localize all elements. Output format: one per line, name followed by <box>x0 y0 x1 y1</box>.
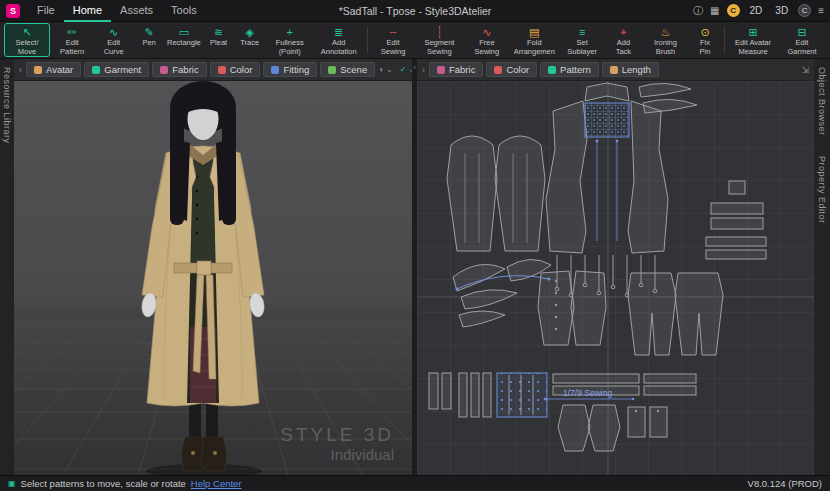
tab-2d-pattern-2d[interactable]: Pattern <box>540 62 599 77</box>
add-tack-icon: ⌖ <box>620 26 626 38</box>
tool-trace[interactable]: ◈Trace <box>235 23 265 57</box>
segment-sewing-icon: ┆ <box>436 26 443 38</box>
collapse-left-icon[interactable]: ‹ <box>19 65 22 75</box>
tab-3d-fitting[interactable]: Fitting <box>263 62 317 77</box>
tab-3d-scene[interactable]: Scene <box>320 62 375 77</box>
render-style-dropdown[interactable]: ◐ ⌄ <box>379 65 393 74</box>
tool-set-sublayer[interactable]: ≡Set Sublayer <box>559 23 605 57</box>
tool-edit-garment-measure[interactable]: ⊟Edit Garment Measure <box>778 23 826 57</box>
selected-pattern-piece[interactable] <box>585 103 629 137</box>
pleat-icon: ≋ <box>214 26 223 38</box>
tool-fix-pin[interactable]: ⊙Fix Pin <box>690 23 720 57</box>
viewport-3d-tabs: AvatarGarmentFabricColorFittingScene <box>26 62 375 77</box>
fix-pin-icon: ⊙ <box>700 26 709 38</box>
property-editor-tab[interactable]: Property Editor <box>817 156 827 224</box>
view-3d-button[interactable]: 3D <box>772 4 791 17</box>
menu-tools[interactable]: Tools <box>162 0 206 22</box>
pattern-strips-right-group[interactable] <box>706 181 766 259</box>
main-menus: HomeAssetsTools <box>64 0 206 22</box>
free-sewing-icon: ∿ <box>482 26 491 38</box>
statusbar: ▣ Select patterns to move, scale or rota… <box>0 475 830 491</box>
collapse-right-icon[interactable]: › <box>422 65 425 75</box>
pattern-sleeves-group[interactable] <box>447 136 545 251</box>
right-dock: Object Browser Property Editor <box>814 59 830 475</box>
tab-2d-fabric-2d[interactable]: Fabric <box>429 62 483 77</box>
tab-2d-length-2d[interactable]: Length <box>602 62 659 77</box>
tab-label: Fabric <box>449 64 475 75</box>
fold-arrangement-icon: ▤ <box>529 26 539 38</box>
menu-home[interactable]: Home <box>64 0 111 22</box>
toolbar-separator <box>724 27 725 53</box>
menu-icon[interactable]: ≡ <box>818 5 824 16</box>
tool-edit-avatar-measure[interactable]: ⊞Edit Avatar Measure <box>729 23 777 57</box>
tab-label: Fitting <box>283 64 309 75</box>
pattern-canvas[interactable]: 1/7/9 Sewing <box>417 81 814 475</box>
color-icon <box>218 66 226 74</box>
watermark: STYLE 3D Individual <box>280 424 394 463</box>
tab-label: Scene <box>340 64 367 75</box>
tool-add-tack[interactable]: ⌖Add Tack <box>606 23 641 57</box>
selected-pattern-piece-2[interactable] <box>497 373 547 417</box>
user-badge[interactable]: C <box>798 4 811 17</box>
status-icon: ▣ <box>8 479 16 488</box>
info-icon[interactable]: ⓘ <box>693 4 703 18</box>
tab-3d-garment[interactable]: Garment <box>84 62 149 77</box>
tool-label: Edit Curve <box>98 39 129 56</box>
viewport-2d: › FabricColorPatternLength ⇲ <box>417 59 814 475</box>
watermark-line2: Individual <box>280 446 394 463</box>
pattern-hood-group[interactable] <box>453 259 551 327</box>
scene-3d-svg <box>14 81 412 475</box>
pattern-collar-group[interactable] <box>639 83 697 113</box>
pattern-bodice-small-group[interactable] <box>538 271 606 345</box>
edit-sewing-icon: ┄ <box>390 26 397 38</box>
resource-library-panel[interactable]: Resource Library <box>0 59 14 475</box>
tool-edit-curve[interactable]: ∿Edit Curve <box>94 23 133 57</box>
pattern-pants-group[interactable] <box>628 273 723 355</box>
avatar-icon <box>34 66 42 74</box>
pen-icon: ✎ <box>144 26 153 38</box>
tool-free-sewing[interactable]: ∿Free Sewing <box>464 23 509 57</box>
object-browser-tab[interactable]: Object Browser <box>817 67 827 136</box>
expand-icon-2d[interactable]: ⇲ <box>801 65 809 75</box>
scene-3d[interactable]: STYLE 3D Individual <box>14 81 412 475</box>
tool-segment-sewing[interactable]: ┆Segment Sewing <box>415 23 463 57</box>
tool-edit-pattern[interactable]: ✏Edit Pattern <box>51 23 93 57</box>
select-move-icon: ↖ <box>22 26 31 38</box>
color-2d-icon <box>494 66 502 74</box>
garment-icon <box>92 66 100 74</box>
version-label: V8.0.124 (PROD) <box>748 478 822 489</box>
pattern-2d-icon <box>548 66 556 74</box>
tab-3d-color[interactable]: Color <box>210 62 261 77</box>
watermark-line1: STYLE 3D <box>280 424 394 446</box>
status-text: Select patterns to move, scale or rotate <box>21 478 186 489</box>
edit-pattern-icon: ✏ <box>68 26 77 38</box>
tab-3d-avatar[interactable]: Avatar <box>26 62 81 77</box>
view-2d-button[interactable]: 2D <box>747 4 766 17</box>
tool-pleat[interactable]: ≋Pleat <box>204 23 234 57</box>
tool-label: Segment Sewing <box>419 39 459 56</box>
edit-avatar-measure-icon: ⊞ <box>748 26 757 38</box>
tool-fullness-point[interactable]: +Fullness (Point) <box>266 23 314 57</box>
tool-label: Edit Pattern <box>55 39 89 56</box>
menu-assets[interactable]: Assets <box>111 0 162 22</box>
divider-handle-icon: › <box>413 63 416 475</box>
pattern-belt-group[interactable] <box>429 373 696 451</box>
tool-fold-arrangement[interactable]: ▤Fold Arrangemen <box>510 23 558 57</box>
tool-add-annotation[interactable]: ≣Add Annotation <box>315 23 363 57</box>
ironing-brush-icon: ♨ <box>660 26 670 38</box>
tool-select-move[interactable]: ↖Select/ Move <box>4 23 50 57</box>
coin-badge[interactable]: C <box>727 4 740 17</box>
help-center-link[interactable]: Help Center <box>191 478 242 489</box>
menu-file[interactable]: File <box>28 0 64 22</box>
apps-grid-icon[interactable]: ▦ <box>710 5 719 16</box>
viewport-3d: ‹ AvatarGarmentFabricColorFittingScene ◐… <box>14 59 412 475</box>
titlebar: S File HomeAssetsTools *SadTall - Tpose … <box>0 0 830 22</box>
tab-3d-fabric[interactable]: Fabric <box>152 62 206 77</box>
sewing-annotation-label: 1/7/9 Sewing <box>563 388 612 398</box>
tool-rectangle[interactable]: ▭Rectangle <box>165 23 203 57</box>
tool-label: Free Sewing <box>468 39 505 56</box>
tool-pen[interactable]: ✎Pen <box>134 23 164 57</box>
tool-ironing-brush[interactable]: ♨Ironing Brush <box>642 23 689 57</box>
tool-edit-sewing[interactable]: ┄Edit Sewing <box>372 23 415 57</box>
tab-2d-color-2d[interactable]: Color <box>486 62 537 77</box>
